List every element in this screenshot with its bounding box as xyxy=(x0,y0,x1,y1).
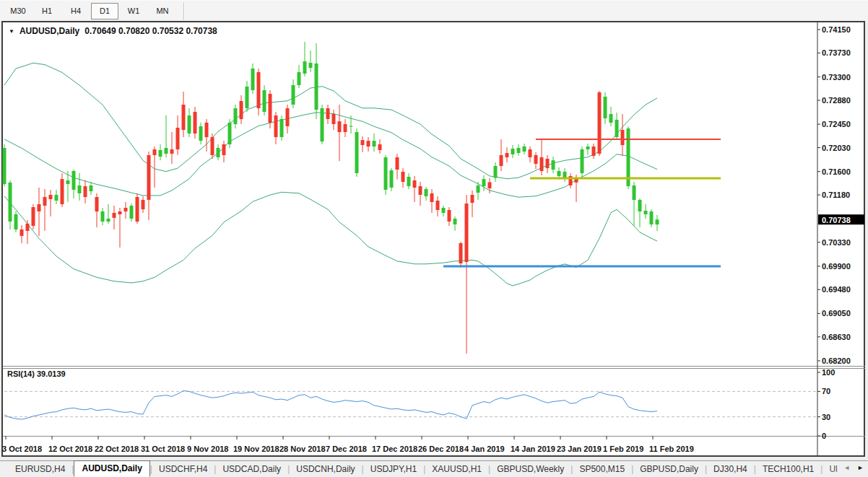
chart-tab-usdchf-h4[interactable]: USDCHF,H4 xyxy=(152,463,214,476)
chart-tab-dj30-h4[interactable]: DJ30,H4 xyxy=(707,463,754,476)
main-chart-area[interactable] xyxy=(4,22,817,366)
chart-tab-xauusd-h1[interactable]: XAUUSD,H1 xyxy=(425,463,488,476)
chart-tab-eurusd-h4[interactable]: EURUSD,H4 xyxy=(9,463,71,476)
chart-tab-gbpusd-daily[interactable]: GBPUSD,Daily xyxy=(633,463,705,476)
tab-scroll-left-icon[interactable]: ◄ xyxy=(843,464,850,471)
timeframe-button-h1[interactable]: H1 xyxy=(33,3,61,19)
chart-tab-gbpusd-weekly[interactable]: GBPUSD,Weekly xyxy=(490,463,570,476)
chart-tab-usdjpy-h1[interactable]: USDJPY,H1 xyxy=(364,463,423,476)
time-axis[interactable] xyxy=(4,437,817,455)
chart-tab-usdcnh-daily[interactable]: USDCNH,Daily xyxy=(290,463,361,476)
timeframe-button-d1[interactable]: D1 xyxy=(91,3,118,19)
rsi-panel-area[interactable] xyxy=(4,369,817,436)
timeframe-toolbar: M30H1H4D1W1MN xyxy=(0,0,868,21)
timeframe-button-w1[interactable]: W1 xyxy=(120,3,147,19)
timeframe-button-mn[interactable]: MN xyxy=(149,3,176,19)
chart-tab-ul[interactable]: Ul xyxy=(823,463,837,476)
timeframe-button-h4[interactable]: H4 xyxy=(62,3,90,19)
chart-tab-sp500-m15[interactable]: SP500,M15 xyxy=(573,463,631,476)
tab-scrollers: ◄ ► xyxy=(843,464,864,471)
chart-tab-tech100-h1[interactable]: TECH100,H1 xyxy=(756,463,820,476)
mt4-workspace: M30H1H4D1W1MN 0.741500.737300.733000.728… xyxy=(0,0,868,477)
tab-scroll-right-icon[interactable]: ► xyxy=(857,464,864,471)
toolbar-separator xyxy=(183,2,185,20)
price-axis[interactable] xyxy=(818,22,867,436)
chart-tab-bar: EURUSD,H4|AUDUSD,Daily|USDCHF,H4|USDCAD,… xyxy=(0,460,868,477)
chart-tab-usdcad-daily[interactable]: USDCAD,Daily xyxy=(216,463,287,476)
chart-tab-audusd-daily[interactable]: AUDUSD,Daily xyxy=(74,460,149,477)
timeframe-button-m30[interactable]: M30 xyxy=(4,3,32,19)
